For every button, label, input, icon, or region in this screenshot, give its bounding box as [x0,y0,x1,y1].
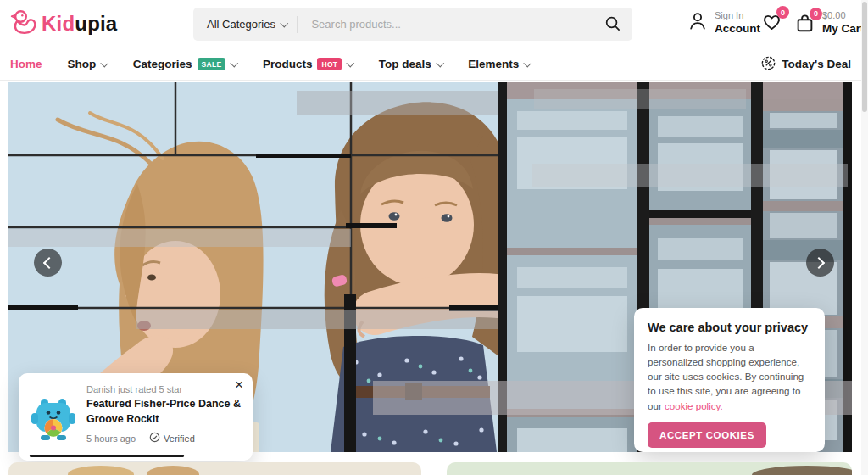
notification-heading: Danish just rated 5 star [86,384,241,394]
page-scrollbar[interactable] [861,0,868,475]
accept-cookies-button[interactable]: ACCEPT COOKIES [648,422,766,448]
cookie-body: In order to provide you a personalized s… [648,340,811,413]
cart-icon [793,23,816,37]
notification-content: Danish just rated 5 star Featured Fisher… [86,384,241,444]
nav-item-home[interactable]: Home [10,58,42,70]
banner-figure [752,466,852,475]
nav-item-shop[interactable]: Shop [68,58,108,70]
cart-button[interactable]: 0 $0.00 My Cart [793,10,865,36]
chevron-down-icon [524,59,531,66]
chevron-left-icon [43,256,55,268]
nav-item-top-deals[interactable]: Top deals [379,58,443,70]
account-labels: Sign In Account [715,10,760,36]
review-notification-popup: × Danish just rated 5 star [19,373,253,461]
category-dropdown[interactable]: All Categories [193,18,297,31]
banner-figure [68,466,134,475]
search-button[interactable] [599,15,632,34]
wishlist-button[interactable]: 0 [760,10,783,33]
chevron-down-icon [231,59,238,66]
todays-deal-link[interactable]: Today's Deal [760,55,851,74]
account-menu[interactable]: Sign In Account [687,10,760,36]
verified-check-icon [149,432,160,444]
cookie-consent-popup: We care about your privacy In order to p… [634,308,825,452]
search-input[interactable] [298,18,599,31]
storefront-page: Kidupia All Categories [0,0,868,475]
chevron-down-icon [101,59,108,66]
promo-banner-right[interactable] [447,462,852,475]
duck-icon [10,8,39,40]
scrollbar-thumb[interactable] [862,2,867,112]
notification-time: 5 hours ago [86,433,136,444]
hot-badge: HOT [317,58,342,70]
chevron-down-icon [281,19,288,26]
brand-name: Kidupia [42,12,117,36]
heart-icon [760,21,783,36]
verified-badge: Verified [149,432,195,444]
sale-badge: SALE [198,58,226,70]
chevron-down-icon [436,59,443,66]
notification-meta: 5 hours ago Verified [86,432,241,444]
percent-badge-icon [760,55,776,74]
notification-timer-bar [30,455,184,457]
cart-count-badge: 0 [810,8,822,20]
wishlist-count-badge: 0 [776,6,789,19]
site-logo[interactable]: Kidupia [10,8,117,40]
chevron-down-icon [347,59,354,66]
notification-product-name[interactable]: Featured Fisher-Price Dance & Groove Roc… [86,397,241,427]
search-icon [604,15,620,34]
carousel-next-button[interactable] [806,249,834,277]
nav-item-products[interactable]: Products HOT [263,58,353,70]
cookie-policy-link[interactable]: cookie policy. [665,400,723,411]
cart-labels: $0.00 My Cart [822,10,865,36]
nav-item-elements[interactable]: Elements [468,58,531,70]
banner-figure [147,466,199,475]
chevron-right-icon [813,256,825,268]
main-nav: Home Shop Categories SALE Products HOT T… [0,48,868,81]
nav-item-categories[interactable]: Categories SALE [133,58,237,70]
search-bar: All Categories [193,8,632,41]
site-header: Kidupia All Categories [0,0,868,48]
toy-robot-thumbnail [30,394,77,442]
user-icon [687,10,709,36]
cookie-title: We care about your privacy [648,321,811,334]
promo-banner-left[interactable] [8,462,421,475]
carousel-prev-button[interactable] [34,249,62,277]
